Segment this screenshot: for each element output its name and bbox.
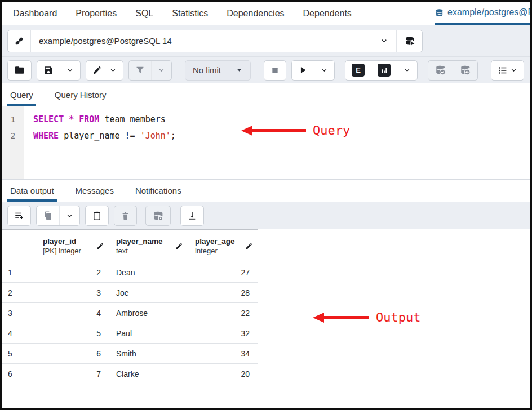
grid-cell-id[interactable]: 4 xyxy=(36,303,109,323)
tab-query-tool[interactable]: example/postgres@PostgreSQL 14 xyxy=(435,2,530,25)
line-number: 1 xyxy=(2,112,24,128)
edit-column-pencil-icon[interactable] xyxy=(175,242,183,250)
explain-button[interactable]: E xyxy=(345,61,371,80)
grid-cell-age[interactable]: 22 xyxy=(188,303,258,323)
edit-column-pencil-icon[interactable] xyxy=(96,242,104,250)
new-connection-button[interactable] xyxy=(396,30,422,52)
grid-cell-id[interactable]: 7 xyxy=(36,364,109,384)
numbered-list-icon xyxy=(498,65,508,75)
grid-cell-rownum[interactable]: 1 xyxy=(2,262,36,283)
red-arrow-left-icon xyxy=(313,313,324,323)
grid-cell-id[interactable]: 3 xyxy=(36,283,109,303)
column-header-player-age[interactable]: player_age integer xyxy=(188,230,258,262)
explain-analyze-button[interactable] xyxy=(371,61,397,80)
column-header-player-id[interactable]: player_id [PK] integer xyxy=(36,230,109,262)
save-data-button[interactable] xyxy=(146,206,170,225)
grid-cell-name[interactable]: Joe xyxy=(109,283,188,303)
table-row: 45Paul32 xyxy=(2,323,258,344)
limit-select[interactable]: No limit xyxy=(185,60,251,81)
results-toolbar xyxy=(2,202,530,229)
database-commit-icon xyxy=(435,64,446,76)
edit-dropdown[interactable] xyxy=(108,61,123,80)
grid-cell-name[interactable]: Dean xyxy=(109,262,188,283)
pencil-icon xyxy=(92,65,102,75)
tab-dashboard[interactable]: Dashboard xyxy=(13,2,57,25)
grid-cell-age[interactable]: 20 xyxy=(188,364,258,384)
tab-properties[interactable]: Properties xyxy=(76,2,117,25)
copy-button[interactable] xyxy=(37,206,59,225)
macros-dropdown[interactable] xyxy=(491,61,524,80)
table-row: 23Joe28 xyxy=(2,283,258,303)
tab-messages[interactable]: Messages xyxy=(73,180,117,202)
grid-cell-age[interactable]: 34 xyxy=(188,344,258,364)
tab-query[interactable]: Query xyxy=(7,83,36,106)
tab-query-history[interactable]: Query History xyxy=(52,83,109,106)
grid-cell-name[interactable]: Smith xyxy=(109,344,188,364)
grid-corner-cell[interactable] xyxy=(2,230,36,262)
chevron-down-icon xyxy=(380,37,388,45)
grid-cell-rownum[interactable]: 3 xyxy=(2,303,36,323)
rollback-button[interactable] xyxy=(453,61,477,80)
add-row-button[interactable] xyxy=(8,206,30,225)
grid-cell-name[interactable]: Ambrose xyxy=(109,303,188,323)
grid-cell-id[interactable]: 5 xyxy=(36,323,109,344)
grid-cell-id[interactable]: 6 xyxy=(36,344,109,364)
code-line[interactable]: SELECT * FROM team_members xyxy=(33,112,176,128)
tab-sql[interactable]: SQL xyxy=(135,2,153,25)
tab-statistics[interactable]: Statistics xyxy=(172,2,208,25)
grid-cell-rownum[interactable]: 6 xyxy=(2,364,36,384)
paste-button[interactable] xyxy=(86,206,108,225)
connection-dropdown[interactable]: example/postgres@PostgreSQL 14 xyxy=(31,30,396,52)
connection-dropdown-value: example/postgres@PostgreSQL 14 xyxy=(39,36,172,46)
results-tab-bar: Data output Messages Notifications xyxy=(2,179,530,202)
grid-cell-id[interactable]: 2 xyxy=(36,262,109,283)
column-type: text xyxy=(116,246,163,256)
data-grid: player_id [PK] integer player_name text xyxy=(2,229,530,408)
grid-cell-rownum[interactable]: 4 xyxy=(2,323,36,344)
tab-query-tool-label: example/postgres@PostgreSQL 14 xyxy=(447,7,530,17)
download-button[interactable] xyxy=(181,206,203,225)
grid-cell-age[interactable]: 32 xyxy=(188,323,258,344)
table-row: 56Smith34 xyxy=(2,344,258,364)
grid-cell-age[interactable]: 28 xyxy=(188,283,258,303)
column-name: player_id xyxy=(43,237,81,246)
code-line[interactable]: WHERE player_name != 'John'; xyxy=(33,128,176,144)
code-lines[interactable]: SELECT * FROM team_membersWHERE player_n… xyxy=(24,106,176,179)
column-header-player-name[interactable]: player_name text xyxy=(109,230,188,262)
query-annotation: Query xyxy=(241,123,350,137)
edit-button[interactable] xyxy=(86,61,108,80)
pgadmin-window: Dashboard Properties SQL Statistics Depe… xyxy=(0,0,532,410)
delete-row-button[interactable] xyxy=(114,206,136,225)
commit-button[interactable] xyxy=(428,61,453,80)
explain-icon: E xyxy=(352,64,365,77)
output-annotation: Output xyxy=(313,310,420,324)
execute-dropdown[interactable] xyxy=(314,61,334,80)
tab-data-output[interactable]: Data output xyxy=(7,180,57,202)
filter-dropdown[interactable] xyxy=(151,61,171,80)
clipboard-icon xyxy=(92,211,102,221)
grid-cell-rownum[interactable]: 5 xyxy=(2,344,36,364)
explain-dropdown[interactable] xyxy=(397,61,417,80)
grid-cell-rownum[interactable]: 2 xyxy=(2,283,36,303)
stop-button[interactable] xyxy=(264,61,286,80)
edit-column-pencil-icon[interactable] xyxy=(245,242,253,250)
chevron-down-icon xyxy=(158,66,165,74)
save-button[interactable] xyxy=(37,61,60,80)
grid-cell-age[interactable]: 27 xyxy=(188,262,258,283)
open-file-button[interactable] xyxy=(8,61,31,80)
tab-dependents[interactable]: Dependents xyxy=(303,2,352,25)
grid-cell-name[interactable]: Clarke xyxy=(109,364,188,384)
tab-notifications[interactable]: Notifications xyxy=(132,180,184,202)
copy-dropdown[interactable] xyxy=(59,206,79,225)
connection-control: example/postgres@PostgreSQL 14 xyxy=(7,30,423,52)
output-annotation-label: Output xyxy=(376,310,420,324)
tab-dependencies[interactable]: Dependencies xyxy=(227,2,284,25)
sql-editor[interactable]: 12 SELECT * FROM team_membersWHERE playe… xyxy=(2,106,530,179)
grid-cell-name[interactable]: Paul xyxy=(109,323,188,344)
save-dropdown[interactable] xyxy=(60,61,80,80)
copy-icon xyxy=(43,211,53,221)
chevron-down-icon xyxy=(66,212,73,220)
execute-button[interactable] xyxy=(292,61,314,80)
results-table: player_id [PK] integer player_name text xyxy=(2,229,258,384)
filter-button[interactable] xyxy=(129,61,151,80)
